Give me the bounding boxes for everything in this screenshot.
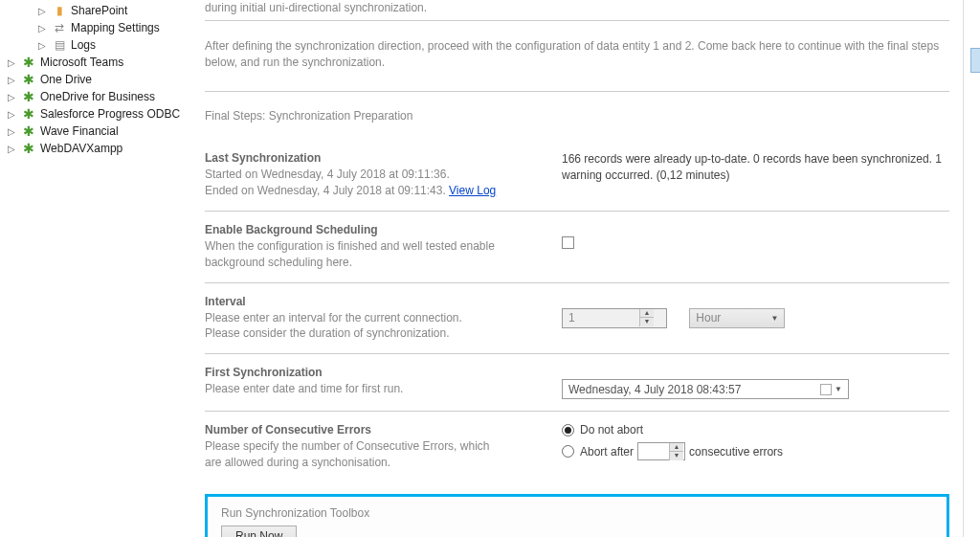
folder-icon: ▮ [52, 3, 67, 18]
tree-label: SharePoint [71, 4, 127, 17]
bg-schedule-row: Enable Background Scheduling When the co… [205, 219, 949, 275]
view-log-link[interactable]: View Log [449, 184, 496, 197]
interval-spinner[interactable]: ▲ ▼ [562, 308, 667, 328]
spinner-down-icon[interactable]: ▼ [640, 318, 654, 326]
tree-item-wave-financial[interactable]: ▷ ✱ Wave Financial [0, 123, 191, 140]
tree-item-webdav[interactable]: ▷ ✱ WebDAVXampp [0, 140, 191, 157]
radio-label-do-not-abort: Do not abort [580, 423, 643, 436]
tree-label: Salesforce Progress ODBC [40, 107, 180, 121]
consecutive-desc1: Please specify the number of Consecutive… [205, 438, 554, 455]
final-steps-heading: Final Steps: Synchronization Preparation [205, 109, 949, 123]
spinner-up-icon[interactable]: ▲ [640, 309, 654, 318]
first-sync-row: First Synchronization Please enter date … [205, 362, 949, 403]
chevron-right-icon[interactable]: ▷ [8, 57, 19, 68]
consecutive-desc2: are allowed during a synchonisation. [205, 455, 554, 471]
bg-schedule-desc: When the configuration is finished and w… [205, 238, 554, 271]
tree-item-logs[interactable]: ▷ ▤ Logs [0, 36, 191, 54]
sidebar: ▷ ▮ SharePoint ▷ ⇄ Mapping Settings ▷ ▤ … [0, 0, 191, 537]
spinner-up-icon[interactable]: ▲ [670, 443, 683, 452]
tree-label: OneDrive for Business [40, 90, 155, 103]
consecutive-title: Number of Consecutive Errors [205, 423, 554, 436]
puzzle-icon: ✱ [21, 106, 36, 122]
chevron-right-icon[interactable]: ▷ [38, 6, 50, 16]
abort-count-input[interactable] [638, 445, 669, 459]
puzzle-icon: ✱ [21, 89, 36, 104]
divider [205, 353, 949, 354]
divider [205, 282, 949, 283]
chevron-right-icon[interactable]: ▷ [8, 75, 19, 85]
divider [205, 91, 949, 92]
interval-unit-select[interactable]: Hour ▼ [689, 308, 785, 328]
last-sync-result: 166 records were already up-to-date. 0 r… [562, 151, 949, 184]
tree-item-salesforce[interactable]: ▷ ✱ Salesforce Progress ODBC [0, 105, 191, 123]
puzzle-icon: ✱ [21, 141, 36, 156]
interval-desc1: Please enter an interval for the current… [205, 310, 554, 326]
bg-schedule-checkbox[interactable] [562, 236, 574, 249]
after-direction-text: After defining the synchronization direc… [205, 38, 949, 71]
radio-do-not-abort[interactable] [562, 424, 574, 436]
chevron-right-icon[interactable]: ▷ [8, 109, 19, 120]
first-sync-desc: Please enter date and time for first run… [205, 381, 554, 397]
chevron-right-icon[interactable]: ▷ [38, 23, 50, 34]
main-content: during initial uni-directional synchroni… [191, 0, 980, 537]
tree-item-one-drive[interactable]: ▷ ✱ One Drive [0, 71, 191, 88]
first-sync-datetime[interactable]: Wednesday, 4 July 2018 08:43:57 ▼ [562, 379, 849, 399]
interval-row: Interval Please enter an interval for th… [205, 291, 949, 347]
chevron-down-icon[interactable]: ▼ [835, 385, 842, 393]
top-fragment-text: during initial uni-directional synchroni… [205, 0, 949, 16]
divider [205, 411, 949, 412]
spinner-down-icon[interactable]: ▼ [670, 452, 683, 460]
radio-label-abort-suffix: consecutive errors [689, 445, 783, 459]
run-sync-toolbox: Run Synchronization Toolbox Run Now [205, 494, 949, 537]
puzzle-icon: ✱ [21, 123, 36, 139]
tree-label: One Drive [40, 73, 92, 86]
select-label: Hour [696, 311, 721, 324]
tree-item-microsoft-teams[interactable]: ▷ ✱ Microsoft Teams [0, 54, 191, 71]
radio-abort-after[interactable] [562, 445, 574, 458]
content-panel: during initial uni-directional synchroni… [191, 0, 963, 537]
puzzle-icon: ✱ [21, 72, 36, 87]
interval-title: Interval [205, 295, 554, 308]
first-sync-title: First Synchronization [205, 366, 554, 379]
puzzle-icon: ✱ [21, 55, 36, 70]
bg-schedule-title: Enable Background Scheduling [205, 223, 554, 236]
last-sync-row: Last Synchronization Started on Wednesda… [205, 147, 949, 203]
tree-item-onedrive-business[interactable]: ▷ ✱ OneDrive for Business [0, 88, 191, 105]
tree-label: Microsoft Teams [40, 56, 123, 69]
last-sync-started: Started on Wednesday, 4 July 2018 at 09:… [205, 167, 554, 183]
interval-input[interactable] [563, 309, 639, 326]
tree-item-sharepoint[interactable]: ▷ ▮ SharePoint [0, 2, 191, 19]
tree-label: Mapping Settings [71, 21, 160, 34]
divider [205, 211, 949, 212]
tree-label: Logs [71, 38, 96, 52]
tree-label: WebDAVXampp [40, 142, 122, 155]
run-now-button[interactable]: Run Now [221, 526, 297, 537]
consecutive-errors-row: Number of Consecutive Errors Please spec… [205, 419, 949, 475]
right-edge-panel [963, 0, 980, 537]
abort-count-spinner[interactable]: ▲ ▼ [637, 442, 685, 460]
chevron-down-icon: ▼ [770, 314, 778, 323]
run-box-title: Run Synchronization Toolbox [221, 506, 933, 520]
chevron-right-icon[interactable]: ▷ [8, 126, 19, 137]
chevron-right-icon[interactable]: ▷ [8, 144, 19, 154]
tree-label: Wave Financial [40, 124, 119, 138]
right-tab-snippet[interactable] [970, 48, 980, 73]
chevron-right-icon[interactable]: ▷ [38, 40, 50, 51]
radio-label-abort-prefix: Abort after [580, 445, 634, 459]
tree-item-mapping-settings[interactable]: ▷ ⇄ Mapping Settings [0, 19, 191, 36]
interval-desc2: Please consider the duration of synchron… [205, 325, 554, 342]
datetime-text: Wednesday, 4 July 2018 08:43:57 [568, 383, 741, 396]
ended-text: Ended on Wednesday, 4 July 2018 at 09:11… [205, 184, 449, 197]
last-sync-ended: Ended on Wednesday, 4 July 2018 at 09:11… [205, 183, 554, 199]
calendar-icon[interactable] [820, 384, 832, 395]
settings-icon: ⇄ [52, 20, 67, 35]
logs-icon: ▤ [52, 37, 67, 53]
divider [205, 20, 949, 21]
last-sync-title: Last Synchronization [205, 151, 554, 165]
chevron-right-icon[interactable]: ▷ [8, 92, 19, 102]
